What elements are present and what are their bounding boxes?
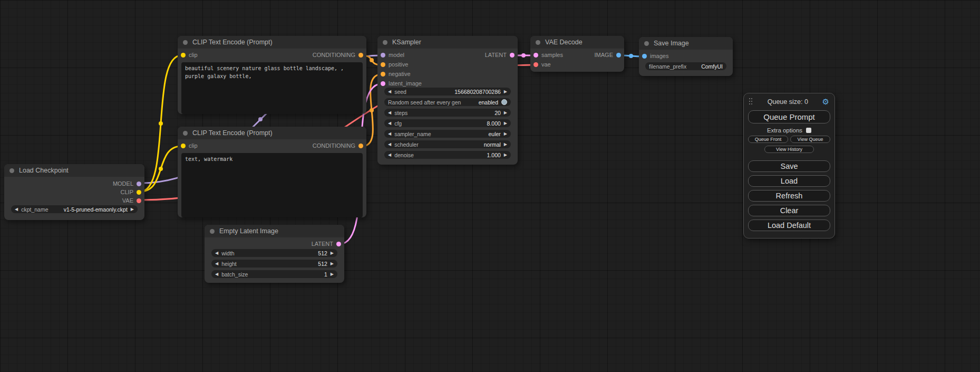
output-slot-latent[interactable]: LATENT bbox=[312, 240, 341, 248]
increment-arrow-icon[interactable]: ▶ bbox=[331, 272, 334, 276]
node-clip-text-encode-negative[interactable]: CLIP Text Encode (Prompt) clip CONDITION… bbox=[178, 127, 366, 217]
node-clip-text-encode-positive[interactable]: CLIP Text Encode (Prompt) clip CONDITION… bbox=[178, 36, 366, 114]
decrement-arrow-icon[interactable]: ◀ bbox=[388, 153, 391, 157]
image-output-dot[interactable] bbox=[616, 53, 621, 58]
widget-value[interactable]: 20 bbox=[494, 110, 501, 116]
increment-arrow-icon[interactable]: ▶ bbox=[504, 111, 507, 115]
node-ksampler[interactable]: KSampler model positive negative latent_… bbox=[377, 36, 518, 165]
conditioning-output-dot[interactable] bbox=[358, 53, 363, 58]
images-input-dot[interactable] bbox=[642, 54, 647, 59]
positive-prompt-textarea[interactable]: beautiful scenery nature glass bottle la… bbox=[181, 62, 363, 114]
decrement-arrow-icon[interactable]: ◀ bbox=[15, 207, 18, 212]
widget-value[interactable]: 512 bbox=[318, 250, 327, 256]
widget-sampler-name[interactable]: ◀ sampler_name euler ▶ bbox=[384, 130, 511, 138]
model-output-dot[interactable] bbox=[137, 182, 141, 186]
decrement-arrow-icon[interactable]: ◀ bbox=[215, 251, 218, 255]
increment-arrow-icon[interactable]: ▶ bbox=[504, 121, 507, 126]
output-slot-image[interactable]: IMAGE bbox=[595, 51, 621, 59]
samples-input-dot[interactable] bbox=[533, 53, 538, 58]
widget-ckpt-name[interactable]: ◀ ckpt_name v1-5-pruned-emaonly.ckpt ▶ bbox=[11, 205, 138, 213]
output-slot-latent[interactable]: LATENT bbox=[485, 51, 515, 59]
extra-options-checkbox[interactable] bbox=[806, 128, 811, 133]
widget-filename-prefix[interactable]: filename_prefix ComfyUI bbox=[645, 62, 726, 70]
input-slot-model[interactable]: model bbox=[381, 51, 404, 59]
vae-input-dot[interactable] bbox=[533, 62, 538, 67]
latent-image-input-dot[interactable] bbox=[381, 81, 385, 86]
model-input-dot[interactable] bbox=[381, 53, 385, 58]
positive-input-dot[interactable] bbox=[381, 62, 385, 67]
input-slot-vae[interactable]: vae bbox=[533, 60, 551, 69]
widget-height[interactable]: ◀ height 512 ▶ bbox=[211, 260, 337, 268]
node-empty-latent-image[interactable]: Empty Latent Image LATENT ◀ width 512 ▶ … bbox=[205, 225, 344, 283]
node-load-checkpoint[interactable]: Load Checkpoint MODEL CLIP VAE ◀ ckpt_na… bbox=[4, 164, 144, 220]
latent-output-dot[interactable] bbox=[510, 53, 515, 58]
increment-arrow-icon[interactable]: ▶ bbox=[504, 132, 507, 136]
negative-prompt-textarea[interactable]: text, watermark bbox=[181, 153, 363, 217]
widget-value[interactable]: 8.000 bbox=[487, 120, 501, 127]
increment-arrow-icon[interactable]: ▶ bbox=[504, 142, 507, 147]
widget-batch-size[interactable]: ◀ batch_size 1 ▶ bbox=[211, 270, 337, 278]
node-vae-decode[interactable]: VAE Decode samples vae IMAGE bbox=[530, 36, 624, 72]
input-slot-positive[interactable]: positive bbox=[381, 60, 408, 69]
widget-value[interactable]: normal bbox=[484, 141, 501, 148]
decrement-arrow-icon[interactable]: ◀ bbox=[388, 142, 391, 147]
output-slot-conditioning[interactable]: CONDITIONING bbox=[313, 51, 363, 59]
node-title-bar[interactable]: Empty Latent Image bbox=[205, 225, 344, 237]
view-history-button[interactable]: View History bbox=[764, 146, 814, 153]
graph-canvas[interactable]: Load Checkpoint MODEL CLIP VAE ◀ ckpt_na… bbox=[0, 0, 980, 372]
collapse-dot-icon[interactable] bbox=[536, 40, 540, 45]
increment-arrow-icon[interactable]: ▶ bbox=[131, 207, 134, 212]
input-slot-samples[interactable]: samples bbox=[533, 51, 563, 59]
input-slot-latent-image[interactable]: latent_image bbox=[381, 79, 422, 88]
node-title-bar[interactable]: CLIP Text Encode (Prompt) bbox=[178, 127, 366, 139]
clear-button[interactable]: Clear bbox=[748, 205, 830, 216]
clip-output-dot[interactable] bbox=[137, 190, 141, 195]
load-button[interactable]: Load bbox=[748, 175, 830, 187]
widget-width[interactable]: ◀ width 512 ▶ bbox=[211, 249, 337, 257]
widget-seed[interactable]: ◀ seed 156680208700286 ▶ bbox=[384, 88, 511, 96]
view-queue-button[interactable]: View Queue bbox=[790, 136, 830, 143]
collapse-dot-icon[interactable] bbox=[9, 168, 14, 173]
input-slot-clip[interactable]: clip bbox=[181, 51, 198, 59]
decrement-arrow-icon[interactable]: ◀ bbox=[388, 132, 391, 136]
drag-handle-icon[interactable] bbox=[749, 98, 753, 105]
node-title-bar[interactable]: VAE Decode bbox=[530, 36, 624, 49]
decrement-arrow-icon[interactable]: ◀ bbox=[388, 111, 391, 115]
collapse-dot-icon[interactable] bbox=[644, 41, 649, 46]
increment-arrow-icon[interactable]: ▶ bbox=[504, 90, 507, 94]
widget-random-seed-toggle[interactable]: Random seed after every gen enabled bbox=[384, 98, 511, 106]
output-slot-vae[interactable]: VAE bbox=[122, 196, 141, 205]
conditioning-output-dot[interactable] bbox=[358, 144, 363, 148]
collapse-dot-icon[interactable] bbox=[383, 40, 387, 45]
decrement-arrow-icon[interactable]: ◀ bbox=[388, 121, 391, 126]
increment-arrow-icon[interactable]: ▶ bbox=[331, 251, 334, 255]
widget-value[interactable]: enabled bbox=[479, 99, 498, 106]
queue-prompt-button[interactable]: Queue Prompt bbox=[748, 110, 830, 123]
node-save-image[interactable]: Save Image images filename_prefix ComfyU… bbox=[639, 37, 733, 76]
collapse-dot-icon[interactable] bbox=[210, 229, 215, 234]
output-slot-conditioning[interactable]: CONDITIONING bbox=[313, 141, 363, 150]
settings-gear-icon[interactable]: ⚙ bbox=[822, 98, 829, 106]
clip-input-dot[interactable] bbox=[181, 144, 186, 148]
decrement-arrow-icon[interactable]: ◀ bbox=[215, 272, 218, 276]
widget-scheduler[interactable]: ◀ scheduler normal ▶ bbox=[384, 140, 511, 148]
input-slot-images[interactable]: images bbox=[642, 52, 668, 60]
latent-output-dot[interactable] bbox=[336, 242, 341, 246]
negative-input-dot[interactable] bbox=[381, 72, 385, 77]
collapse-dot-icon[interactable] bbox=[183, 40, 188, 45]
node-title-bar[interactable]: Save Image bbox=[639, 37, 733, 50]
collapse-dot-icon[interactable] bbox=[183, 131, 188, 136]
widget-value[interactable]: ComfyUI bbox=[701, 63, 723, 70]
node-title-bar[interactable]: CLIP Text Encode (Prompt) bbox=[178, 36, 366, 49]
input-slot-negative[interactable]: negative bbox=[381, 70, 411, 78]
load-default-button[interactable]: Load Default bbox=[748, 220, 830, 231]
widget-value[interactable]: 1.000 bbox=[487, 152, 501, 158]
decrement-arrow-icon[interactable]: ◀ bbox=[215, 262, 218, 266]
node-title-bar[interactable]: KSampler bbox=[377, 36, 518, 49]
output-slot-model[interactable]: MODEL bbox=[113, 179, 141, 188]
toggle-dot-icon[interactable] bbox=[501, 99, 507, 105]
increment-arrow-icon[interactable]: ▶ bbox=[504, 153, 507, 157]
widget-cfg[interactable]: ◀ cfg 8.000 ▶ bbox=[384, 119, 511, 127]
clip-input-dot[interactable] bbox=[181, 53, 186, 58]
refresh-button[interactable]: Refresh bbox=[748, 190, 830, 202]
